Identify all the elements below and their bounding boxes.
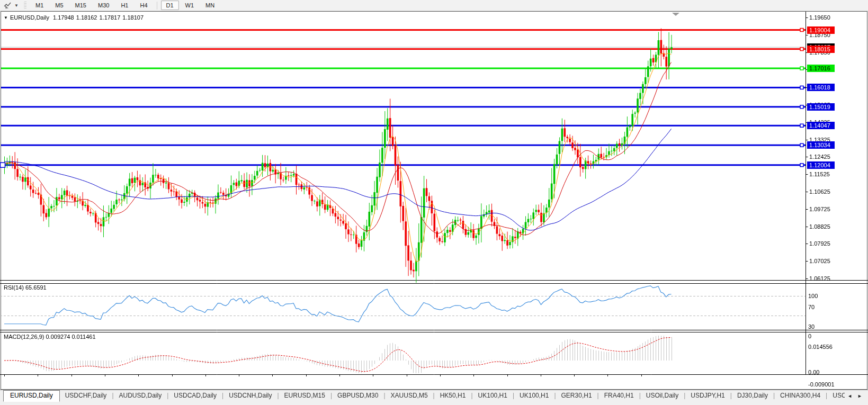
- hline-price-label: 1.17016: [807, 65, 835, 72]
- toolbar-grip[interactable]: [24, 2, 26, 9]
- price-axis-tick: 1.09725: [809, 206, 830, 212]
- tabs-scroll-right-icon[interactable]: ►: [855, 392, 865, 400]
- chart-tab-eurusd-daily[interactable]: EURUSD,Daily: [3, 390, 60, 402]
- chart-tab-uk100-h1[interactable]: UK100,H1: [473, 390, 513, 401]
- ohlc-low: 1.17817: [99, 14, 120, 21]
- timeframe-toolbar: ▼ M1M5M15M30H1H4D1W1MN: [0, 0, 868, 11]
- toolbar-separator: [157, 2, 157, 10]
- price-axis-tick: 1.11525: [809, 171, 830, 177]
- macd-axis-tick: -0.009001: [808, 381, 835, 388]
- macd-axis-tick: 0.00: [808, 369, 819, 375]
- price-axis-tick: 1.07925: [809, 240, 830, 247]
- rsi-axis-tick: 30: [808, 323, 815, 330]
- rsi-axis-tick: 70: [808, 304, 815, 310]
- price-axis-tick: 1.08825: [809, 223, 830, 230]
- chart-cursor-icon[interactable]: [2, 1, 13, 10]
- rsi-axis-tick: 0: [808, 333, 811, 339]
- chart-tab-dj30-daily[interactable]: DJ30,Daily: [732, 390, 773, 401]
- timeframe-button-d1[interactable]: D1: [161, 1, 179, 10]
- chart-tab-china300-h4[interactable]: CHINA300,H4: [775, 390, 826, 401]
- chart-window: ▼EURUSD,Daily 1.179481.181621.178171.181…: [0, 11, 868, 390]
- chart-tab-audusd-daily[interactable]: AUDUSD,Daily: [114, 390, 167, 401]
- price-axis-tick: 1.07025: [809, 258, 830, 264]
- hline-price-label: 1.12004: [807, 161, 835, 169]
- chart-tab-usdcad-daily[interactable]: USDCAD,Daily: [168, 390, 222, 401]
- chart-tab-hk50-h1[interactable]: HK50,H1: [435, 390, 471, 401]
- hline-price-label: 1.13034: [807, 141, 835, 149]
- chart-tab-ger30-h1[interactable]: GER30,H1: [556, 390, 597, 401]
- chart-symbol: EURUSD,Daily: [10, 14, 49, 21]
- chart-tab-gbpusd-m30[interactable]: GBPUSD,M30: [332, 390, 383, 401]
- chart-tab-usdjpy-h1[interactable]: USDJPY,H1: [685, 390, 730, 401]
- hline-price-label: 1.19004: [807, 26, 835, 34]
- price-axis-tick: 1.06125: [809, 275, 830, 282]
- chevron-down-icon[interactable]: ▼: [13, 1, 20, 10]
- chart-tab-bar: EURUSD,DailyUSDCHF,Daily|AUDUSD,Daily|US…: [0, 390, 868, 405]
- timeframe-button-mn[interactable]: MN: [200, 1, 220, 10]
- timeframe-button-m1[interactable]: M1: [30, 1, 49, 10]
- tabs-scroll-left-icon[interactable]: ◄: [845, 392, 855, 400]
- price-axis-tick: 1.19650: [809, 14, 830, 21]
- hline-price-label: 1.16018: [807, 84, 835, 91]
- macd-indicator-label: MACD(12,26,9) 0.009274 0.011461: [4, 334, 96, 340]
- rsi-value: 65.6591: [25, 284, 47, 291]
- timeframe-button-h1[interactable]: H1: [115, 1, 133, 10]
- timeframe-button-m5[interactable]: M5: [50, 1, 68, 10]
- hline-price-label: 1.18015: [807, 46, 835, 53]
- macd-signal-value: 0.011461: [71, 334, 95, 340]
- price-axis-tick: 1.12425: [809, 154, 830, 160]
- chart-tab-usoil-h[interactable]: USOil,H: [827, 390, 845, 401]
- chart-tab-usoil-daily[interactable]: USOil,Daily: [641, 390, 684, 401]
- ohlc-high: 1.18162: [76, 14, 97, 21]
- timeframe-button-m15[interactable]: M15: [70, 1, 92, 10]
- rsi-axis-tick: 100: [808, 293, 818, 299]
- macd-axis-tick: 0.014556: [808, 344, 833, 350]
- chart-tab-fra40-h1[interactable]: FRA40,H1: [599, 390, 639, 401]
- chart-canvas[interactable]: [0, 11, 868, 390]
- chart-tab-eurusd-m15[interactable]: EURUSD,M15: [279, 390, 330, 401]
- collapse-triangle-icon[interactable]: ▼: [4, 15, 8, 20]
- macd-main-value: 0.009274: [46, 334, 70, 340]
- price-axis-tick: 1.10625: [809, 188, 830, 195]
- chart-tab-xauusd-m5[interactable]: XAUUSD,M5: [386, 390, 433, 401]
- hline-price-label: 1.15019: [807, 103, 835, 111]
- timeframe-button-h4[interactable]: H4: [135, 1, 153, 10]
- chart-tab-uk100-h1[interactable]: UK100,H1: [514, 390, 554, 401]
- chart-tab-usdchf-daily[interactable]: USDCHF,Daily: [60, 390, 112, 401]
- hline-price-label: 1.14047: [807, 122, 835, 129]
- ohlc-close: 1.18107: [122, 14, 144, 21]
- timeframe-button-m30[interactable]: M30: [93, 1, 114, 10]
- ohlc-open: 1.17948: [53, 14, 74, 21]
- chart-title: ▼EURUSD,Daily 1.179481.181621.178171.181…: [4, 14, 146, 21]
- rsi-indicator-label: RSI(14) 65.6591: [4, 284, 47, 291]
- mt4-window: ▼ M1M5M15M30H1H4D1W1MN ▼EURUSD,Daily 1.1…: [0, 0, 868, 405]
- timeframe-button-w1[interactable]: W1: [180, 1, 200, 10]
- chart-tab-usdcnh-daily[interactable]: USDCNH,Daily: [223, 390, 277, 401]
